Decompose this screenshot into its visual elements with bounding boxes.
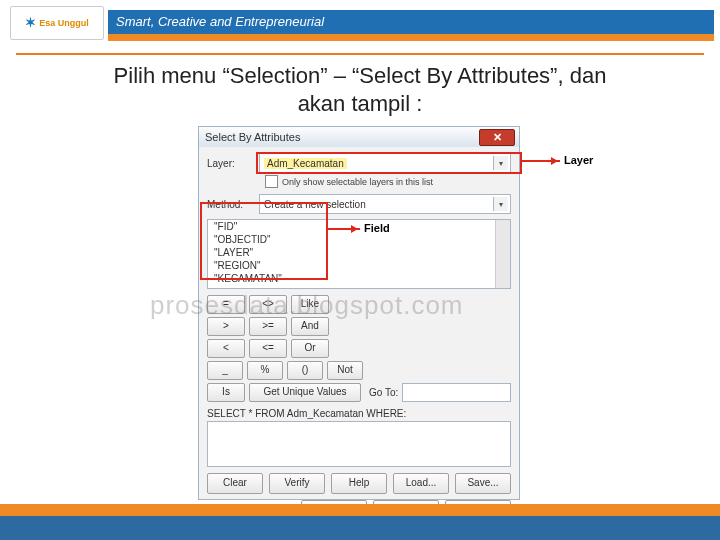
op-gt-button[interactable]: > [207,317,245,336]
button-row-1: Clear Verify Help Load... Save... [207,473,511,494]
get-unique-values-button[interactable]: Get Unique Values [249,383,361,402]
header-strip: Smart, Creative and Entrepreneurial [0,10,714,34]
op-lte-button[interactable]: <= [249,339,287,358]
sql-textarea[interactable] [207,421,511,467]
op-gte-button[interactable]: >= [249,317,287,336]
layer-dropdown[interactable]: Adm_Kecamatan ▾ [259,153,511,173]
field-annotation: Field [364,222,390,234]
dialog-title: Select By Attributes [199,131,300,143]
arrow-icon [520,160,560,162]
op-like-button[interactable]: Like [291,295,329,314]
help-button[interactable]: Help [331,473,387,494]
header-orange-bar [108,34,714,41]
tagline: Smart, Creative and Entrepreneurial [108,10,714,34]
chevron-down-icon: ▾ [493,197,508,211]
caption-line2: akan tampil : [0,90,720,118]
operator-grid: = <> Like > >= And < <= Or _ % () Not Is [207,295,511,402]
only-selectable-label: Only show selectable layers in this list [282,177,433,187]
load-button[interactable]: Load... [393,473,449,494]
footer-blue-bar [0,516,720,540]
dialog-body: Layer: Adm_Kecamatan ▾ Only show selecta… [199,147,519,529]
header-rule [16,53,704,55]
op-underscore-button[interactable]: _ [207,361,243,380]
save-button[interactable]: Save... [455,473,511,494]
method-value: Create a new selection [264,199,366,210]
op-and-button[interactable]: And [291,317,329,336]
scrollbar[interactable] [495,220,510,288]
only-selectable-checkbox[interactable] [265,175,278,188]
layer-label: Layer: [207,158,259,169]
field-item[interactable]: "KECAMATAN" [208,272,510,285]
layer-value: Adm_Kecamatan [264,158,347,169]
op-lt-button[interactable]: < [207,339,245,358]
footer-orange-bar [0,504,720,516]
op-paren-button[interactable]: () [287,361,323,380]
goto-label: Go To: [369,387,398,398]
field-item[interactable]: "LAYER" [208,246,510,259]
sql-prefix-label: SELECT * FROM Adm_Kecamatan WHERE: [207,408,511,419]
field-item[interactable]: "REGION" [208,259,510,272]
op-eq-button[interactable]: = [207,295,245,314]
layer-row: Layer: Adm_Kecamatan ▾ [207,153,511,173]
method-dropdown[interactable]: Create a new selection ▾ [259,194,511,214]
select-by-attributes-dialog: Select By Attributes ✕ Layer: Adm_Kecama… [198,126,520,500]
caption-line1: Pilih menu “Selection” – “Select By Attr… [0,62,720,90]
verify-button[interactable]: Verify [269,473,325,494]
op-is-button[interactable]: Is [207,383,245,402]
method-label: Method: [207,199,259,210]
slide-footer [0,502,720,540]
chevron-down-icon: ▾ [493,156,508,170]
close-icon: ✕ [493,131,502,144]
op-or-button[interactable]: Or [291,339,329,358]
arrow-icon [326,228,360,230]
op-neq-button[interactable]: <> [249,295,287,314]
method-row: Method: Create a new selection ▾ [207,194,511,214]
op-percent-button[interactable]: % [247,361,283,380]
slide-header: ✶ Esa Unggul Smart, Creative and Entrepr… [0,0,720,48]
clear-button[interactable]: Clear [207,473,263,494]
field-item[interactable]: "OBJECTID" [208,233,510,246]
op-not-button[interactable]: Not [327,361,363,380]
titlebar[interactable]: Select By Attributes ✕ [199,127,519,147]
layer-annotation: Layer [564,154,593,166]
close-button[interactable]: ✕ [479,129,515,146]
goto-input[interactable] [402,383,511,402]
slide-caption: Pilih menu “Selection” – “Select By Attr… [0,62,720,118]
only-selectable-row: Only show selectable layers in this list [265,175,511,188]
